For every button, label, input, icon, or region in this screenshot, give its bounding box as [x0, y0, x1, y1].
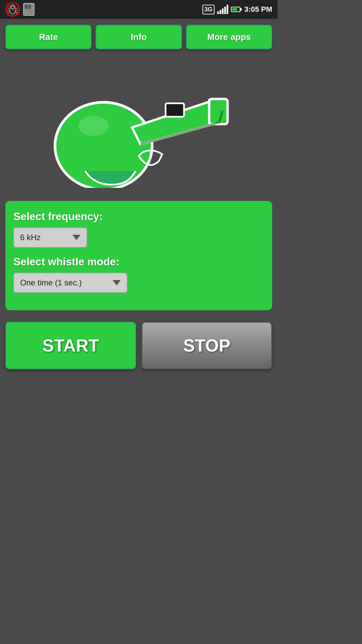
- whistle-image[interactable]: [42, 67, 236, 188]
- battery-icon: [231, 7, 242, 12]
- storage-icon: !: [23, 2, 35, 17]
- status-bar: ! 3G 3:05 PM: [0, 0, 278, 19]
- no-bug-icon: [5, 2, 20, 17]
- svg-line-1: [7, 4, 18, 15]
- whistle-mode-label: Select whistle mode:: [13, 256, 264, 268]
- svg-text:!: !: [26, 11, 27, 15]
- info-button[interactable]: Info: [96, 25, 182, 49]
- start-button[interactable]: START: [5, 322, 136, 369]
- top-buttons-bar: Rate Info More apps: [0, 19, 278, 55]
- stop-button[interactable]: STOP: [141, 322, 272, 369]
- frequency-dropdown-arrow: [72, 235, 80, 240]
- status-time: 3:05 PM: [244, 5, 272, 14]
- more-apps-button[interactable]: More apps: [186, 25, 272, 49]
- frequency-dropdown[interactable]: 6 kHz: [13, 227, 87, 248]
- whistle-mode-dropdown[interactable]: One time (1 sec.): [13, 273, 127, 293]
- svg-rect-11: [25, 5, 27, 9]
- frequency-value: 6 kHz: [20, 233, 41, 242]
- svg-rect-17: [166, 103, 184, 117]
- signal-bar-3: [222, 8, 224, 14]
- svg-point-19: [78, 116, 109, 136]
- whistle-mode-dropdown-arrow: [113, 280, 121, 285]
- battery-charging-icon: [233, 7, 237, 11]
- svg-line-7: [16, 8, 18, 9]
- signal-bar-1: [217, 11, 219, 14]
- signal-bar-2: [220, 10, 221, 14]
- whistle-image-area[interactable]: [0, 55, 278, 196]
- status-bar-right: 3G 3:05 PM: [202, 5, 272, 14]
- signal-bar-4: [224, 7, 226, 14]
- signal-bars: [217, 5, 228, 14]
- status-bar-left: !: [5, 2, 35, 17]
- svg-marker-14: [234, 8, 235, 11]
- frequency-label: Select frequency:: [13, 210, 264, 223]
- bottom-buttons-bar: START STOP: [0, 315, 278, 383]
- svg-rect-12: [28, 5, 31, 9]
- signal-bar-5: [227, 5, 228, 14]
- svg-rect-16: [209, 99, 228, 124]
- svg-line-4: [7, 8, 10, 9]
- settings-card: Select frequency: 6 kHz Select whistle m…: [5, 201, 272, 310]
- svg-line-6: [7, 12, 10, 13]
- whistle-mode-value: One time (1 sec.): [20, 278, 82, 287]
- network-indicator: 3G: [202, 5, 215, 14]
- rate-button[interactable]: Rate: [5, 25, 92, 49]
